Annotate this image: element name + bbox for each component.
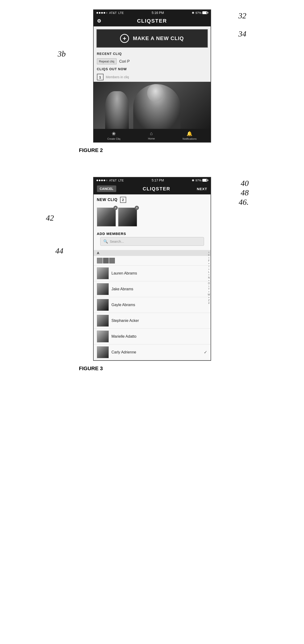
figure2-caption: FIGURE 2 xyxy=(79,147,202,154)
battery-tip-f3 xyxy=(207,180,208,181)
alpha-bullet8: • xyxy=(208,290,209,293)
contacts-list: A Lauren Abrams Jake A xyxy=(94,250,211,360)
alpha-t[interactable]: T xyxy=(208,288,210,290)
photo-bg xyxy=(94,82,211,129)
cancel-button[interactable]: CANCEL xyxy=(97,186,116,192)
nav-notifications[interactable]: 🔔 Notifications xyxy=(183,131,197,140)
figure3-phone: AT&T LTE 5:17 PM ✱ 97% CANCEL CLIQSTER N… xyxy=(93,177,211,361)
battery-tip xyxy=(207,12,208,14)
annotation-42: 42 xyxy=(46,214,54,222)
contact-name-marielle: Marielle Adatto xyxy=(112,334,207,338)
nav-home-label: Home xyxy=(148,137,155,140)
remove-member-2[interactable]: ✕ xyxy=(135,206,139,210)
contact-checkmark-carly: ✓ xyxy=(204,350,207,355)
next-button[interactable]: NEXT xyxy=(197,187,207,191)
alpha-o[interactable]: O xyxy=(208,282,210,285)
contact-row-jake-abrams[interactable]: Jake Abrams xyxy=(94,281,211,297)
nav-create-cliq[interactable]: ❀ Create Cliq xyxy=(107,131,120,140)
gear-icon[interactable]: ⚙ xyxy=(97,18,102,24)
nav-create-label: Create Cliq xyxy=(107,138,120,140)
member-avatar-2 xyxy=(118,208,137,226)
contact-avatar-marielle xyxy=(97,330,109,342)
alpha-c[interactable]: C xyxy=(208,254,210,256)
add-members-label: ADD MEMBERS xyxy=(94,229,211,237)
battery-label-f3: 97% xyxy=(195,178,201,182)
remove-member-1[interactable]: ✕ xyxy=(113,206,118,210)
contact-name-lauren: Lauren Abrams xyxy=(112,271,207,276)
app-header-fig3: CANCEL CLIQSTER NEXT xyxy=(94,183,211,194)
bell-icon: 🔔 xyxy=(187,131,192,136)
figure3-section: 40 48 46. 42 44 AT&T LTE 5:17 PM ✱ xyxy=(79,177,225,372)
contact-row-avatar-group[interactable] xyxy=(94,256,211,266)
contact-row-marielle-adatto[interactable]: Marielle Adatto xyxy=(94,329,211,344)
alpha-z[interactable]: Z xyxy=(208,299,210,302)
bottom-nav-fig2: ❀ Create Cliq ⌂ Home 🔔 Notifications xyxy=(94,129,211,142)
annotation-40: 40 xyxy=(241,179,249,188)
annotation-34: 34 xyxy=(238,30,246,38)
new-cliq-header: NEW CLIQ 2 xyxy=(94,194,211,205)
member-avatar-1 xyxy=(97,208,116,226)
battery-icon xyxy=(202,11,207,14)
alpha-f[interactable]: F xyxy=(208,260,210,262)
annotation-46: 46. xyxy=(239,198,249,207)
bluetooth-icon: ✱ xyxy=(192,11,194,14)
search-box[interactable]: 🔍 Search... xyxy=(100,237,204,246)
contact-avatar-lauren xyxy=(97,268,109,279)
status-bar-fig2: AT&T LTE 5:16 PM ✱ 97% xyxy=(94,10,211,16)
status-bar-fig3: AT&T LTE 5:17 PM ✱ 97% xyxy=(94,178,211,183)
time-label: 5:16 PM xyxy=(152,11,164,14)
alpha-bullet4: • xyxy=(208,268,209,270)
app-header-fig2: ⚙ CLIQSTER xyxy=(94,16,211,26)
avatar-group-img3 xyxy=(109,258,115,264)
contact-row-gayle-abrams[interactable]: Gayle Abrams xyxy=(94,297,211,313)
alpha-l[interactable]: L xyxy=(208,271,210,273)
alpha-bullet5: • xyxy=(208,274,209,276)
battery-area: ✱ 97% xyxy=(192,11,207,14)
make-cliq-button[interactable]: + MAKE A NEW CLIQ xyxy=(97,29,208,48)
recent-cliq-row[interactable]: Repeat cliq Cori P xyxy=(94,57,211,66)
carrier-label: AT&T xyxy=(109,11,117,14)
contact-name-carly: Carly Adrienne xyxy=(112,350,201,354)
alpha-bullet6: • xyxy=(208,279,209,282)
member-thumb-2[interactable]: ✕ xyxy=(118,208,137,226)
figure3-caption: FIGURE 3 xyxy=(79,366,202,372)
create-cliq-icon: ❀ xyxy=(112,131,116,136)
alpha-hash[interactable]: # xyxy=(208,302,210,304)
dot3 xyxy=(101,12,103,14)
avatar-group-img1 xyxy=(97,258,103,264)
head-silhouette xyxy=(147,84,164,102)
nav-home[interactable]: ⌂ Home xyxy=(148,131,155,140)
alpha-n[interactable]: N xyxy=(208,276,210,279)
contact-row-lauren-abrams[interactable]: Lauren Abrams xyxy=(94,266,211,281)
contact-name-jake: Jake Abrams xyxy=(112,287,207,291)
member-thumb-1[interactable]: ✕ xyxy=(97,208,116,226)
annotation-36: 3b xyxy=(58,50,66,58)
figure2-phone: AT&T LTE 5:16 PM ✱ 97% ⚙ CLIQSTER xyxy=(93,10,211,142)
dot5 xyxy=(106,12,108,14)
contact-name-gayle: Gayle Abrams xyxy=(112,303,207,307)
contact-avatar-gayle xyxy=(97,299,109,311)
alpha-index[interactable]: • C • F • I • L • N • O • T • W • xyxy=(208,250,210,306)
search-icon: 🔍 xyxy=(103,239,108,244)
new-cliq-count-badge: 2 xyxy=(120,197,126,203)
contact-avatar-jake xyxy=(97,283,109,295)
contact-row-stephanie-acker[interactable]: Stephanie Acker xyxy=(94,313,211,329)
battery-area-f3: ✱ 97% xyxy=(192,178,207,182)
photo-area xyxy=(94,82,211,129)
repeat-cliq-badge[interactable]: Repeat cliq xyxy=(97,58,117,64)
bluetooth-icon-f3: ✱ xyxy=(192,178,194,182)
battery-fill-f3 xyxy=(203,179,207,182)
carrier-f3: AT&T xyxy=(109,178,117,182)
search-placeholder: Search... xyxy=(110,240,124,244)
left-figure xyxy=(105,91,129,129)
dot5-f3 xyxy=(106,180,108,181)
alpha-bullet9: • xyxy=(208,296,209,299)
dot3-f3 xyxy=(101,180,103,181)
alpha-bullet7: • xyxy=(208,285,209,288)
battery-fill xyxy=(203,12,207,14)
alpha-w[interactable]: W xyxy=(208,293,210,296)
alpha-i[interactable]: I xyxy=(208,265,209,268)
make-cliq-label: MAKE A NEW CLIQ xyxy=(133,35,184,42)
contact-row-carly-adrienne[interactable]: Carly Adrienne ✓ xyxy=(94,344,211,360)
avatar-group-img2 xyxy=(103,258,109,264)
